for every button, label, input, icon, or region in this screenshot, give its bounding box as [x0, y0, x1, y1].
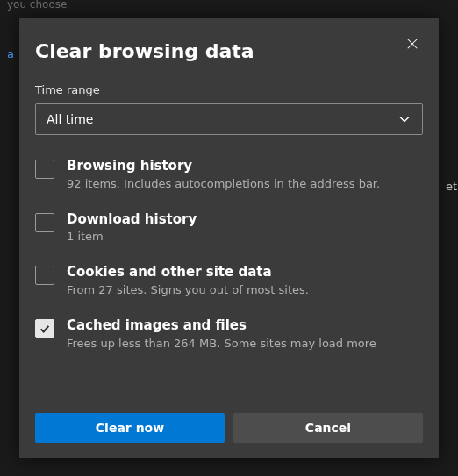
time-range-select[interactable]: All time — [35, 103, 423, 135]
chevron-down-icon — [397, 112, 411, 126]
time-range-label: Time range — [35, 83, 423, 96]
item-title: Browsing history — [67, 158, 380, 175]
checkbox-cached-images[interactable] — [35, 319, 54, 338]
list-item: Download history 1 item — [35, 211, 423, 245]
list-item: Browsing history 92 items. Includes auto… — [35, 158, 423, 192]
list-item: Cached images and files Frees up less th… — [35, 317, 423, 352]
checkbox-cookies[interactable] — [35, 266, 54, 285]
background-link-fragment: a — [7, 47, 14, 60]
time-range-value: All time — [47, 112, 93, 126]
cancel-button[interactable]: Cancel — [233, 413, 423, 443]
background-text: you choose — [7, 0, 67, 11]
item-description: 1 item — [67, 229, 197, 245]
data-type-list: Browsing history 92 items. Includes auto… — [35, 158, 423, 352]
item-title: Cached images and files — [67, 317, 376, 335]
item-description: From 27 sites. Signs you out of most sit… — [67, 282, 309, 298]
item-description: 92 items. Includes autocompletions in th… — [67, 176, 380, 192]
checkmark-icon — [39, 323, 51, 335]
item-description: Frees up less than 264 MB. Some sites ma… — [67, 336, 376, 352]
clear-now-button[interactable]: Clear now — [35, 413, 225, 443]
list-item: Cookies and other site data From 27 site… — [35, 264, 423, 298]
clear-browsing-data-dialog: Clear browsing data Time range All time … — [19, 18, 439, 458]
background-right-fragment: et — [446, 180, 457, 193]
item-title: Cookies and other site data — [67, 264, 309, 281]
dialog-title: Clear browsing data — [35, 40, 254, 62]
checkbox-browsing-history[interactable] — [35, 160, 54, 179]
close-icon — [406, 38, 419, 50]
item-title: Download history — [67, 211, 197, 229]
close-button[interactable] — [400, 32, 425, 56]
checkbox-download-history[interactable] — [35, 213, 54, 232]
